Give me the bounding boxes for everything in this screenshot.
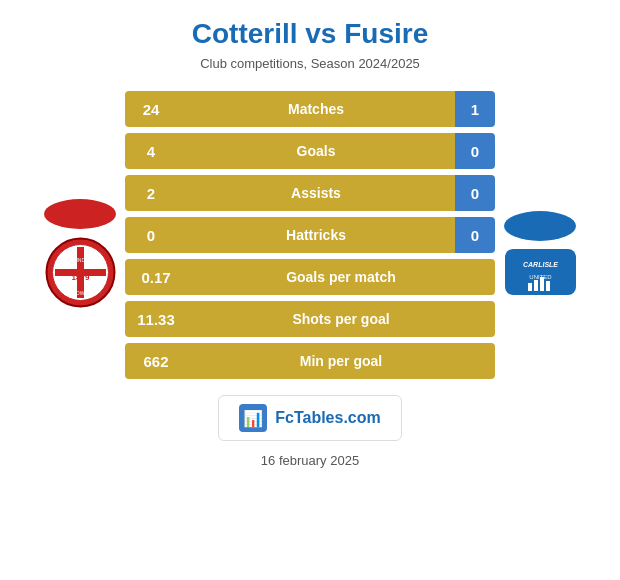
- stat-bar: Hattricks: [177, 217, 455, 253]
- stat-single-label: Shots per goal: [187, 301, 495, 337]
- stat-single-value: 662: [125, 343, 187, 379]
- stat-left-value: 0: [125, 217, 177, 253]
- svg-rect-13: [546, 281, 550, 291]
- stat-bar: Assists: [177, 175, 455, 211]
- stat-right-value: 1: [455, 91, 495, 127]
- stat-left-value: 24: [125, 91, 177, 127]
- stat-single-value: 0.17: [125, 259, 187, 295]
- svg-text:SWINDON: SWINDON: [68, 257, 93, 263]
- stat-single-label: Min per goal: [187, 343, 495, 379]
- stat-label: Hattricks: [177, 227, 455, 243]
- stat-row-dual: 24Matches1: [125, 91, 495, 127]
- stat-row-single: 11.33Shots per goal: [125, 301, 495, 337]
- footer-date: 16 february 2025: [261, 453, 359, 468]
- stat-single-value: 11.33: [125, 301, 187, 337]
- stats-rows: 24Matches14Goals02Assists00Hattricks00.1…: [125, 91, 495, 379]
- stat-left-value: 2: [125, 175, 177, 211]
- stat-row-single: 662Min per goal: [125, 343, 495, 379]
- fctables-text: FcTables.com: [275, 409, 381, 427]
- fctables-icon: 📊: [239, 404, 267, 432]
- stat-row-dual: 0Hattricks0: [125, 217, 495, 253]
- stat-single-label: Goals per match: [187, 259, 495, 295]
- stats-area: 1879 SWINDON TOWN 24Matches14Goals02Assi…: [10, 91, 610, 379]
- svg-text:CARLISLE: CARLISLE: [523, 261, 558, 268]
- stat-bar: Matches: [177, 91, 455, 127]
- left-club-badge: 1879 SWINDON TOWN: [43, 235, 118, 310]
- stat-label: Matches: [177, 101, 455, 117]
- svg-text:TOWN: TOWN: [72, 290, 88, 296]
- stat-right-value: 0: [455, 175, 495, 211]
- stat-row-single: 0.17Goals per match: [125, 259, 495, 295]
- svg-text:1879: 1879: [71, 273, 89, 282]
- svg-rect-12: [540, 277, 544, 291]
- right-club-badge: CARLISLE UNITED: [503, 247, 578, 297]
- stat-bar: Goals: [177, 133, 455, 169]
- page-subtitle: Club competitions, Season 2024/2025: [200, 56, 420, 71]
- left-badge-oval: [44, 199, 116, 229]
- svg-rect-10: [528, 283, 532, 291]
- stat-row-dual: 4Goals0: [125, 133, 495, 169]
- stat-right-value: 0: [455, 217, 495, 253]
- left-team-badge: 1879 SWINDON TOWN: [35, 161, 125, 310]
- stat-left-value: 4: [125, 133, 177, 169]
- svg-rect-11: [534, 280, 538, 291]
- right-badge-oval: [504, 211, 576, 241]
- stat-right-value: 0: [455, 133, 495, 169]
- stat-label: Goals: [177, 143, 455, 159]
- page-title: Cotterill vs Fusire: [192, 18, 429, 50]
- right-team-badge: CARLISLE UNITED: [495, 173, 585, 297]
- stat-row-dual: 2Assists0: [125, 175, 495, 211]
- main-container: Cotterill vs Fusire Club competitions, S…: [0, 0, 620, 580]
- fctables-banner: 📊 FcTables.com: [218, 395, 402, 441]
- stat-label: Assists: [177, 185, 455, 201]
